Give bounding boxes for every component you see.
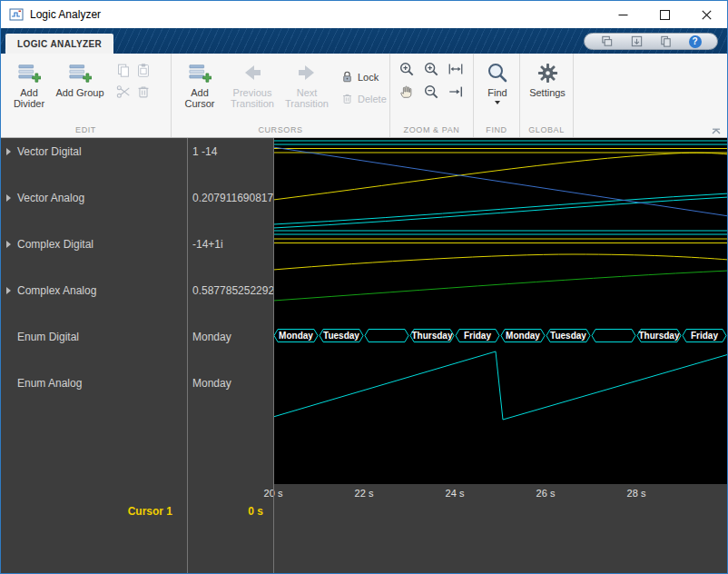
svg-text:Monday: Monday [279,331,313,341]
close-button[interactable] [685,1,727,28]
next-transition-button[interactable]: Next Transition [280,57,333,124]
copy-button[interactable] [113,59,133,81]
delete-cursor-button[interactable]: Delete [340,92,388,105]
expand-icon[interactable] [6,241,11,248]
add-cursor-icon [188,60,212,85]
arrow-left-icon [241,60,264,85]
find-icon [486,60,509,85]
edit-mini-buttons [113,59,153,124]
dropdown-caret-icon [495,101,500,104]
zoom-in-x-button[interactable] [395,58,418,80]
add-divider-icon [17,60,41,85]
signal-row-vector-analog[interactable]: Vector Analog [1,184,187,231]
time-tick-label: 28 s [627,488,646,499]
signal-name: Vector Digital [17,145,82,158]
section-label-edit: EDIT [1,124,171,137]
titlebar: Logic Analyzer [1,1,727,28]
waveform-traces[interactable]: Monday Tuesday Thursday Friday Monday Tu… [273,138,728,484]
toolbar-section-find: Find FIND [474,54,520,137]
delete-button[interactable] [133,81,153,103]
signal-row-enum-analog[interactable]: Enum Analog [1,370,187,416]
complex-analog-trace [273,254,728,270]
expand-icon[interactable] [6,148,11,155]
add-group-icon [68,60,92,85]
zoom-in-icon [423,61,439,77]
app-icon [9,7,24,22]
signal-row-vector-digital[interactable]: Vector Digital [1,138,187,184]
window-title: Logic Analyzer [30,8,101,21]
svg-text:Thursday: Thursday [411,331,452,341]
signal-row-complex-digital[interactable]: Complex Digital [1,231,187,277]
signal-name: Complex Digital [17,238,93,251]
svg-text:Friday: Friday [691,331,718,341]
toolbar-section-global: Settings GLOBAL [520,54,574,137]
zoom-out-button[interactable] [419,81,443,103]
add-divider-button[interactable]: Add Divider [5,57,54,124]
signal-row-complex-analog[interactable]: Complex Analog [1,277,187,323]
values-waveform-divider[interactable] [273,138,274,573]
fit-to-view-icon [448,61,464,77]
cut-button[interactable] [113,81,133,103]
zoom-in-button[interactable] [419,58,443,80]
pan-hand-icon [398,84,415,100]
signal-value: -14+1i [187,231,273,277]
collapse-toolstrip-button[interactable] [711,127,722,135]
svg-text:Friday: Friday [464,331,491,341]
svg-text:Thursday: Thursday [638,331,679,341]
cursor-label: Cursor 1 [1,505,187,518]
cascade-windows-icon[interactable] [600,35,614,48]
signal-name: Enum Digital [17,331,79,343]
signal-row-enum-digital[interactable]: Enum Digital [1,323,187,370]
logic-analyzer-window: Logic Analyzer LOGIC ANALYZER ? [0,0,728,574]
help-button[interactable]: ? [689,35,702,48]
add-group-button[interactable]: Add Group [55,57,104,124]
lock-button[interactable]: Lock [340,70,388,84]
signal-names-column: Vector Digital Vector Analog Complex Dig… [1,138,187,573]
section-label-zoom-pan: ZOOM & PAN [390,124,473,137]
add-cursor-button[interactable]: Add Cursor [175,57,224,124]
svg-text:Tuesday: Tuesday [323,331,359,341]
time-tick-label: 26 s [536,488,556,499]
section-label-find: FIND [474,124,519,137]
expand-icon[interactable] [6,194,11,202]
toolstrip: Add Divider Add Group EDIT [1,54,727,138]
names-values-divider[interactable] [187,138,188,573]
window-controls [602,1,727,28]
previous-transition-button[interactable]: Previous Transition [226,57,279,124]
copy-view-icon[interactable] [659,35,673,48]
tabstrip: LOGIC ANALYZER ? [1,28,727,54]
dock-icon[interactable] [630,35,644,48]
pan-button[interactable] [395,81,418,103]
blue-traces [273,147,728,216]
find-button[interactable]: Find [477,57,517,124]
expand-icon[interactable] [6,287,11,294]
maximize-button[interactable] [644,1,685,28]
zoom-to-cursor-icon [448,84,464,100]
svg-text:Monday: Monday [506,331,540,341]
cyan-traces [273,141,728,420]
paste-button[interactable] [133,59,153,81]
signal-value: Monday [187,370,273,416]
fit-to-view-button[interactable] [444,58,467,80]
section-label-cursors: CURSORS [172,124,389,137]
green-traces [273,271,728,301]
svg-text:Tuesday: Tuesday [550,331,586,341]
lock-icon [340,70,354,84]
toolbar-section-zoom-pan: ZOOM & PAN [390,54,474,137]
signal-value: Monday [187,323,273,370]
gear-icon [536,60,559,85]
toolbar-filler [574,54,727,137]
time-tick-label: 24 s [446,488,465,499]
zoom-to-cursor-button[interactable] [444,81,467,103]
trash-icon [340,92,354,105]
quick-access-toolbar: ? [584,33,718,50]
toolbar-section-edit: Add Divider Add Group EDIT [1,54,172,137]
signal-name: Enum Analog [17,377,82,390]
time-axis: 20 s 22 s 24 s 26 s 28 s [273,488,728,502]
tab-logic-analyzer[interactable]: LOGIC ANALYZER [5,34,113,54]
waveform-display[interactable]: Monday Tuesday Thursday Friday Monday Tu… [273,138,728,484]
cursor-time-value: 0 s [187,505,273,518]
minimize-button[interactable] [602,1,644,28]
signal-value: 1 -14 [187,138,273,184]
settings-button[interactable]: Settings [524,57,571,124]
